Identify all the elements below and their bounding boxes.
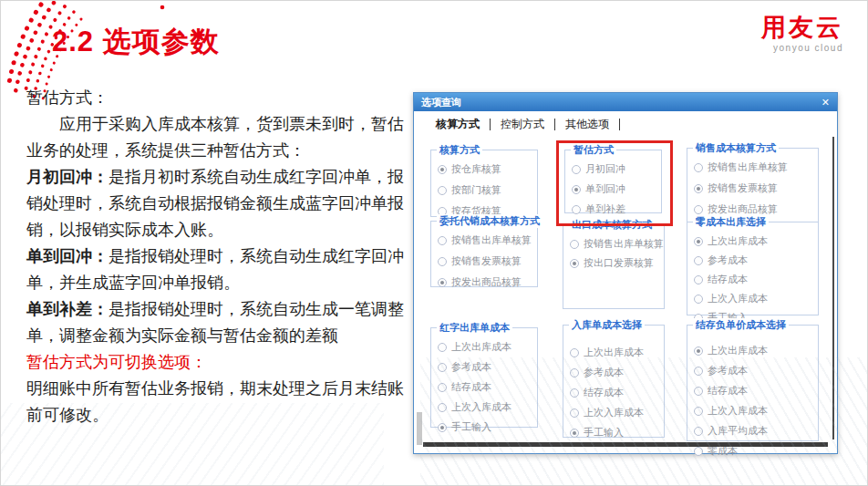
tab-separator	[619, 119, 620, 130]
group-zero-cost-out: 零成本出库选择 上次出库成本 参考成本 结存成本 上次入库成本 手工输入	[687, 222, 819, 315]
radio-option[interactable]: 按销售发票核算	[438, 254, 537, 268]
group-title: 委托代销成本核算方式	[437, 214, 542, 228]
tab-separator	[490, 119, 491, 130]
radio-option[interactable]: 结存成本	[694, 273, 818, 286]
radio-label: 上次入库成本	[708, 292, 768, 305]
background-texture	[1, 403, 384, 485]
radio-icon	[694, 346, 703, 356]
radio-icon	[438, 278, 447, 287]
term-label: 单到回冲：	[26, 247, 108, 265]
radio-option[interactable]: 按发出商品核算	[438, 275, 537, 289]
radio-icon	[570, 348, 579, 357]
radio-label: 按发出商品核算	[708, 202, 778, 216]
logo: 用友云 yonyou cloud	[761, 16, 843, 53]
radio-option[interactable]: 月初回冲	[572, 162, 661, 176]
body-heading: 暂估方式：	[26, 85, 411, 111]
radio-option[interactable]: 上次出库成本	[694, 234, 818, 248]
logo-text: 用友云	[761, 16, 843, 40]
body-text: 暂估方式： 应用于采购入库成本核算，货到票未到时，暂估业务的处理，系统提供三种暂…	[26, 85, 411, 429]
dialog-title: 选项查询	[421, 96, 461, 109]
radio-label: 单到回冲	[585, 182, 625, 196]
group-title: 零成本出库选择	[693, 215, 769, 229]
close-icon[interactable]: ✕	[822, 98, 830, 108]
radio-icon	[570, 240, 579, 249]
radio-label: 月初回冲	[585, 162, 625, 176]
radio-label: 上次出库成本	[708, 234, 768, 248]
radio-label: 按销售发票核算	[451, 254, 522, 268]
radio-label: 按销售出库单核算	[708, 160, 788, 174]
group-estimate: 暂估方式 月初回冲 单到回冲 单到补差	[564, 150, 662, 213]
radio-option[interactable]: 按仓库核算	[438, 162, 537, 176]
radio-icon	[694, 205, 703, 214]
radio-icon	[438, 186, 447, 195]
body-item-difference: 单到补差：是指报销处理时，系统自动生成一笔调整单，调整金额为实际金额与暂估金额的…	[26, 296, 411, 349]
group-title: 销售成本核算方式	[693, 141, 779, 155]
radio-label: 按销售出库单核算	[451, 233, 532, 247]
group-title: 入库单成本选择	[569, 318, 645, 332]
radio-label: 按销售发票核算	[708, 181, 778, 195]
radio-option[interactable]: 参考成本	[694, 253, 818, 267]
dialog-titlebar[interactable]: 选项查询 ✕	[414, 93, 837, 111]
radio-label: 按销售出库单核算	[584, 237, 664, 251]
group-consignment-cost: 委托代销成本核算方式 按销售出库单核算 按销售发票核算 按发出商品核算	[430, 221, 538, 287]
radio-icon	[694, 295, 703, 304]
tab-separator	[554, 119, 555, 130]
group-title: 出口成本核算方式	[569, 218, 655, 232]
body-intro: 应用于采购入库成本核算，货到票未到时，暂估业务的处理，系统提供三种暂估方式：	[26, 111, 411, 164]
tab-other-options[interactable]: 其他选项	[565, 117, 609, 132]
radio-icon	[694, 256, 703, 265]
radio-label: 按仓库核算	[451, 162, 501, 176]
radio-option[interactable]: 上次出库成本	[694, 344, 818, 357]
radio-option[interactable]: 按销售发票核算	[694, 181, 818, 195]
radio-label: 按发出商品核算	[451, 275, 522, 289]
radio-icon	[438, 257, 447, 266]
radio-label: 单到补差	[585, 202, 625, 216]
radio-icon	[694, 275, 703, 284]
radio-option[interactable]: 按部门核算	[438, 183, 537, 197]
radio-option[interactable]: 按销售出库单核算	[694, 160, 818, 174]
radio-option[interactable]: 单到回冲	[572, 182, 661, 196]
radio-option[interactable]: 上次入库成本	[694, 292, 818, 305]
radio-icon	[438, 165, 447, 174]
radio-icon	[572, 165, 581, 174]
radio-label: 上次出库成本	[451, 340, 512, 354]
body-item-monthly: 月初回冲：是指月初时系统自动生成红字回冲单，报销处理时，系统自动根据报销金额生成…	[26, 164, 411, 243]
radio-icon	[570, 259, 579, 268]
radio-label: 按部门核算	[451, 183, 501, 197]
radio-option[interactable]: 按发出商品核算	[694, 202, 818, 216]
radio-label: 参考成本	[708, 253, 748, 267]
tab-accounting-method[interactable]: 核算方式	[436, 117, 480, 132]
radio-option[interactable]: 按出口发票核算	[570, 256, 664, 270]
group-accounting: 核算方式 按仓库核算 按部门核算 按存货核算	[430, 150, 538, 217]
radio-icon	[694, 163, 703, 172]
radio-icon	[694, 184, 703, 193]
group-title: 核算方式	[437, 143, 482, 157]
radio-label: 按出口发票核算	[584, 256, 654, 270]
radio-icon	[438, 343, 447, 352]
radio-label: 上次出库成本	[708, 344, 768, 357]
radio-option[interactable]: 上次出库成本	[438, 340, 537, 354]
tab-bar: 核算方式 控制方式 其他选项	[414, 111, 837, 137]
body-note-red: 暂估方式为可切换选项：	[26, 349, 411, 376]
radio-label: 结存成本	[708, 273, 748, 286]
term-label: 月初回冲：	[26, 168, 108, 186]
slide: 2.2 选项参数 用友云 yonyou cloud 暂估方式： 应用于采购入库成…	[0, 0, 868, 486]
term-label: 单到补差：	[26, 300, 108, 318]
radio-icon	[572, 205, 581, 214]
logo-subtext: yonyou cloud	[761, 43, 843, 53]
radio-icon	[572, 185, 581, 194]
group-title: 结存负单价成本选择	[693, 318, 789, 332]
background-texture	[420, 357, 868, 486]
page-title: 2.2 选项参数	[52, 23, 220, 61]
radio-icon	[694, 237, 703, 246]
radio-option[interactable]: 单到补差	[572, 202, 661, 216]
group-title: 暂估方式	[571, 143, 616, 157]
body-item-on-invoice: 单到回冲：是指报销处理时，系统自动生成红字回冲单，并生成蓝字回冲单报销。	[26, 243, 411, 296]
group-title: 红字出库单成本	[437, 321, 512, 335]
radio-option[interactable]: 按销售出库单核算	[570, 237, 664, 251]
group-sales-cost: 销售成本核算方式 按销售出库单核算 按销售发票核算 按发出商品核算	[687, 148, 819, 222]
radio-icon	[438, 236, 447, 245]
tab-control-method[interactable]: 控制方式	[501, 117, 544, 132]
radio-option[interactable]: 按销售出库单核算	[438, 233, 537, 247]
group-export-cost: 出口成本核算方式 按销售出库单核算 按出口发票核算	[563, 224, 665, 309]
